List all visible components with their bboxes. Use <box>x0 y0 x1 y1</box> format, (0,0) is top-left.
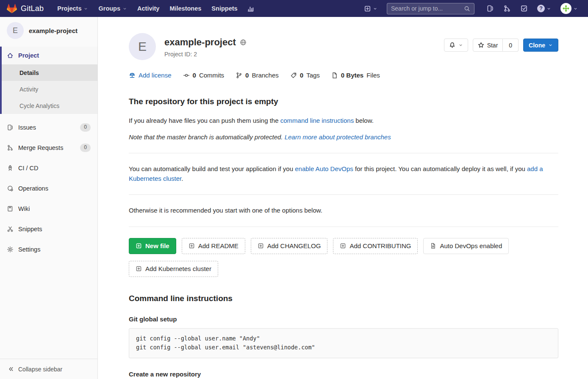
merge-requests-nav-button[interactable] <box>500 3 514 14</box>
quick-action-buttons-row2: Add Kubernetes cluster <box>129 261 558 277</box>
issues-nav-button[interactable] <box>483 3 497 14</box>
public-visibility-icon <box>240 39 247 46</box>
search-icon <box>464 6 470 12</box>
add-changelog-button[interactable]: Add CHANGELOG <box>251 238 328 254</box>
sidebar-item-activity[interactable]: Activity <box>2 81 97 97</box>
sidebar-item-merge-requests[interactable]: Merge Requests 0 <box>0 138 97 158</box>
project-sidebar: E example-project Project Details Activi… <box>0 17 98 379</box>
commits-stat-link[interactable]: 0Commits <box>183 72 225 79</box>
chevron-down-icon <box>83 6 88 11</box>
add-kubernetes-cluster-button[interactable]: Add Kubernetes cluster <box>129 261 218 277</box>
nav-groups[interactable]: Groups <box>94 3 131 14</box>
rocket-icon <box>7 165 14 172</box>
star-icon <box>478 42 484 48</box>
files-stat-link[interactable]: 0 BytesFiles <box>331 72 380 79</box>
chevron-down-icon <box>573 6 578 11</box>
bell-icon <box>449 42 455 48</box>
code-line: git config --global user.email "astevens… <box>136 343 551 352</box>
collapse-sidebar-button[interactable]: Collapse sidebar <box>0 359 97 379</box>
nav-milestones[interactable]: Milestones <box>165 3 205 14</box>
primary-nav: Projects Groups Activity Milestones Snip… <box>53 3 257 14</box>
project-id-label: Project ID: 2 <box>164 51 247 58</box>
sidebar-item-cicd[interactable]: CI / CD <box>0 158 97 178</box>
plus-square-icon <box>136 266 142 272</box>
gear-icon <box>7 246 14 253</box>
sidebar-item-project[interactable]: Project <box>2 47 97 64</box>
sidebar-item-operations[interactable]: Operations <box>0 178 97 199</box>
nav-snippets[interactable]: Snippets <box>207 3 241 14</box>
star-button[interactable]: Star <box>473 39 503 52</box>
command-line-instructions-link[interactable]: command line instructions <box>280 117 354 124</box>
tags-stat-link[interactable]: 0Tags <box>290 72 320 79</box>
search-input[interactable] <box>391 5 464 12</box>
sidebar-item-wiki[interactable]: Wiki <box>0 199 97 219</box>
autodevops-text: You can automatically build and test you… <box>129 164 558 183</box>
sidebar-item-issues[interactable]: Issues 0 <box>0 117 97 138</box>
commit-icon <box>183 72 190 79</box>
empty-repo-heading: The repository for this project is empty <box>129 97 558 106</box>
plus-square-icon <box>364 5 371 12</box>
project-avatar: E <box>7 22 24 39</box>
push-instructions-text: If you already have files you can push t… <box>129 116 558 126</box>
sidebar-nav-list: Issues 0 Merge Requests 0 CI / CD O <box>0 117 97 260</box>
sidebar-item-settings[interactable]: Settings <box>0 239 97 260</box>
chevron-down-icon <box>122 6 127 11</box>
document-icon <box>430 243 436 249</box>
new-file-button[interactable]: New file <box>129 238 176 254</box>
sidebar-project-sublist: Details Activity Cycle Analytics <box>2 64 97 114</box>
sidebar-item-cycle-analytics[interactable]: Cycle Analytics <box>2 97 97 114</box>
sidebar-project-header[interactable]: E example-project <box>0 17 97 44</box>
create-new-repository-heading: Create a new repository <box>129 371 558 378</box>
clone-button[interactable]: Clone <box>523 39 558 52</box>
sidebar-item-details[interactable]: Details <box>2 64 97 81</box>
page-title: example-project <box>164 37 236 48</box>
protected-branches-link[interactable]: Learn more about protected branches <box>285 133 391 141</box>
project-actions: Star 0 Clone <box>444 33 558 52</box>
user-menu-button[interactable] <box>557 1 581 16</box>
command-line-instructions-heading: Command line instructions <box>129 294 558 303</box>
add-readme-button[interactable]: Add README <box>182 238 245 254</box>
book-icon <box>7 205 14 212</box>
autodevops-enabled-button[interactable]: Auto DevOps enabled <box>423 238 509 254</box>
add-contributing-button[interactable]: Add CONTRIBUTING <box>333 238 418 254</box>
star-count[interactable]: 0 <box>503 39 519 52</box>
chevron-down-icon <box>548 43 553 47</box>
issues-count-badge: 0 <box>80 123 91 132</box>
main-content: E example-project Project ID: 2 <box>98 17 588 379</box>
protected-branch-note: Note that the master branch is automatic… <box>129 133 558 142</box>
quick-action-buttons-row1: New file Add README Add CHANGELOG Add CO… <box>129 238 558 254</box>
scale-icon <box>129 72 136 79</box>
branch-icon <box>236 72 242 79</box>
chevron-down-icon <box>546 6 551 11</box>
sidebar-item-snippets[interactable]: Snippets <box>0 219 97 239</box>
navbar-right: ? <box>361 1 581 16</box>
notifications-dropdown-button[interactable] <box>444 39 468 52</box>
bar-chart-icon <box>247 5 254 12</box>
double-chevron-left-icon <box>8 366 14 372</box>
gitlab-logo[interactable]: GitLab <box>7 4 44 14</box>
tanuki-icon <box>7 4 17 14</box>
charts-nav-button[interactable] <box>244 3 258 14</box>
file-icon <box>331 72 338 79</box>
git-global-setup-code-block: git config --global user.name "Andy"git … <box>129 328 558 358</box>
git-global-setup-heading: Git global setup <box>129 315 558 323</box>
todos-nav-button[interactable] <box>517 3 531 14</box>
issues-icon <box>7 124 14 131</box>
enable-autodevops-link[interactable]: enable Auto DevOps <box>295 165 353 172</box>
nav-activity[interactable]: Activity <box>133 3 164 14</box>
plus-square-icon <box>258 243 264 249</box>
brand-name: GitLab <box>21 4 44 13</box>
merge-requests-count-badge: 0 <box>80 144 91 152</box>
new-menu-button[interactable] <box>361 3 381 14</box>
plus-square-icon <box>340 243 346 249</box>
merge-request-icon <box>7 144 14 151</box>
sidebar-project-name: example-project <box>29 27 78 34</box>
help-menu-button[interactable]: ? <box>534 3 555 14</box>
add-license-link[interactable]: Add license <box>129 72 172 79</box>
global-search[interactable] <box>387 3 474 14</box>
divider <box>129 194 558 195</box>
operations-icon <box>7 185 14 192</box>
branches-stat-link[interactable]: 0Branches <box>236 72 279 79</box>
nav-projects[interactable]: Projects <box>53 3 92 14</box>
home-icon <box>7 52 14 59</box>
